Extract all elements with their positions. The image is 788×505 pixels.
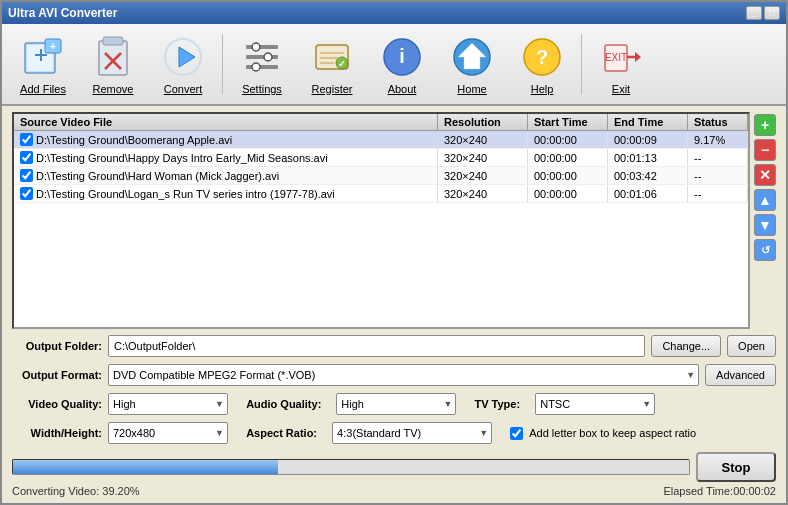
svg-rect-12 [246,45,278,49]
progress-row: Stop [12,452,776,482]
file-cell-name: D:\Testing Ground\Hard Woman (Mick Jagge… [14,167,438,184]
col-source: Source Video File [14,114,438,130]
advanced-button[interactable]: Advanced [705,364,776,386]
settings-button[interactable]: Settings [229,28,295,100]
main-content: Source Video File Resolution Start Time … [2,106,786,503]
file-cell-name: D:\Testing Ground\Logan_s Run TV series … [14,185,438,202]
side-buttons: + − ✕ ▲ ▼ ↺ [754,112,776,329]
change-button[interactable]: Change... [651,335,721,357]
add-file-side-button[interactable]: + [754,114,776,136]
video-quality-label: Video Quality: [12,398,102,410]
toolbar-divider-2 [581,34,582,94]
clear-files-side-button[interactable]: ✕ [754,164,776,186]
progress-bar-fill [13,460,278,474]
svg-rect-6 [99,41,127,75]
aspect-ratio-label: Aspect Ratio: [246,427,317,439]
letter-box-checkbox[interactable] [510,427,523,440]
file-cell-resolution: 320×240 [438,185,528,202]
audio-quality-select[interactable]: HighMediumLow [336,393,456,415]
svg-text:?: ? [536,46,548,68]
remove-button[interactable]: Remove [80,28,146,100]
title-bar: Ultra AVI Converter _ □ [2,2,786,24]
col-resolution: Resolution [438,114,528,130]
width-height-label: Width/Height: [12,427,102,439]
svg-marker-11 [179,47,195,67]
about-button[interactable]: i About [369,28,435,100]
file-cell-resolution: 320×240 [438,149,528,166]
file-cell-start: 00:00:00 [528,185,608,202]
file-cell-start: 00:00:00 [528,167,608,184]
table-row[interactable]: D:\Testing Ground\Hard Woman (Mick Jagge… [14,167,748,185]
svg-text:EXIT: EXIT [605,52,627,63]
file-cell-status: -- [688,185,748,202]
svg-rect-7 [103,37,123,45]
file-cell-start: 00:00:00 [528,149,608,166]
svg-text:i: i [399,45,405,67]
about-label: About [388,83,417,95]
col-start: Start Time [528,114,608,130]
move-down-side-button[interactable]: ▼ [754,214,776,236]
home-button[interactable]: Home [439,28,505,100]
quality-row: Video Quality: HighMediumLow Audio Quali… [12,393,776,415]
file-checkbox[interactable] [20,151,33,164]
dimensions-row: Width/Height: 720x480640x480320x240 Aspe… [12,422,776,444]
home-label: Home [457,83,486,95]
svg-rect-14 [246,65,278,69]
remove-file-side-button[interactable]: − [754,139,776,161]
converting-status: Converting Video: 39.20% [12,485,140,497]
remove-icon [89,33,137,81]
toolbar-divider-1 [222,34,223,94]
svg-text:✓: ✓ [338,59,346,69]
refresh-side-button[interactable]: ↺ [754,239,776,261]
table-row[interactable]: D:\Testing Ground\Logan_s Run TV series … [14,185,748,203]
convert-label: Convert [164,83,203,95]
stop-button[interactable]: Stop [696,452,776,482]
add-files-icon: + [19,33,67,81]
home-icon [448,33,496,81]
output-format-select[interactable]: DVD Compatible MPEG2 Format (*.VOB) [108,364,699,386]
open-button[interactable]: Open [727,335,776,357]
convert-button[interactable]: Convert [150,28,216,100]
file-cell-start: 00:00:00 [528,131,608,148]
file-checkbox[interactable] [20,133,33,146]
svg-point-16 [264,53,272,61]
file-checkbox[interactable] [20,187,33,200]
add-files-label: Add Files [20,83,66,95]
help-button[interactable]: ? Help [509,28,575,100]
file-cell-end: 00:00:09 [608,131,688,148]
col-status: Status [688,114,748,130]
file-list-body[interactable]: D:\Testing Ground\Boomerang Apple.avi 32… [14,131,748,203]
maximize-button[interactable]: □ [764,6,780,20]
elapsed-time: Elapsed Time:00:00:02 [663,485,776,497]
tv-type-select[interactable]: NTSCPAL [535,393,655,415]
table-row[interactable]: D:\Testing Ground\Boomerang Apple.avi 32… [14,131,748,149]
register-button[interactable]: ✓ Register [299,28,365,100]
table-row[interactable]: D:\Testing Ground\Happy Days Intro Early… [14,149,748,167]
exit-button[interactable]: EXIT Exit [588,28,654,100]
move-up-side-button[interactable]: ▲ [754,189,776,211]
output-folder-input[interactable] [108,335,645,357]
main-window: Ultra AVI Converter _ □ + Add Files [0,0,788,505]
minimize-button[interactable]: _ [746,6,762,20]
svg-marker-32 [635,52,641,62]
file-cell-end: 00:03:42 [608,167,688,184]
output-folder-label: Output Folder: [12,340,102,352]
output-folder-row: Output Folder: Change... Open [12,335,776,357]
progress-bar-container [12,459,690,475]
width-height-select-wrapper: 720x480640x480320x240 [108,422,228,444]
progress-section: Stop Converting Video: 39.20% Elapsed Ti… [12,452,776,497]
file-checkbox[interactable] [20,169,33,182]
tv-type-select-wrapper: NTSCPAL [535,393,655,415]
settings-label: Settings [242,83,282,95]
output-format-select-wrapper: DVD Compatible MPEG2 Format (*.VOB) [108,364,699,386]
about-icon: i [378,33,426,81]
video-quality-select[interactable]: HighMediumLow [108,393,228,415]
settings-icon [238,33,286,81]
audio-quality-select-wrapper: HighMediumLow [336,393,456,415]
file-cell-status: -- [688,167,748,184]
add-files-button[interactable]: + Add Files [10,28,76,100]
width-height-select[interactable]: 720x480640x480320x240 [108,422,228,444]
aspect-ratio-select[interactable]: 4:3(Standard TV)16:9(Widescreen) [332,422,492,444]
exit-icon: EXIT [597,33,645,81]
svg-point-17 [252,63,260,71]
